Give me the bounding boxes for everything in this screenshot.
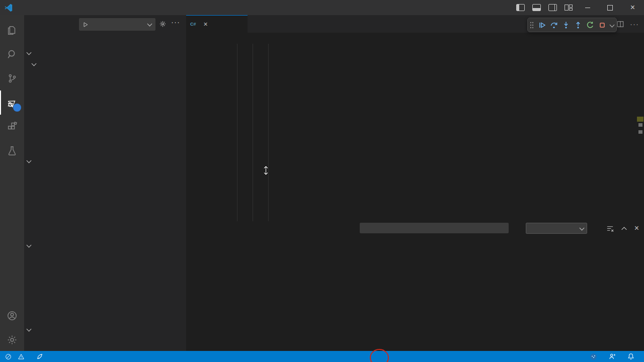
errors-icon <box>5 353 12 360</box>
close-tab-icon[interactable]: × <box>204 20 208 28</box>
warnings-icon <box>18 353 25 360</box>
stop-button[interactable] <box>596 19 608 31</box>
testing-icon[interactable] <box>0 139 24 163</box>
overview-ruler[interactable] <box>636 44 644 221</box>
minimize-button[interactable] <box>576 0 599 15</box>
split-editor-icon[interactable] <box>617 21 624 28</box>
extensions-icon[interactable] <box>0 115 24 139</box>
console-filter-input[interactable] <box>360 223 509 233</box>
accounts-icon[interactable] <box>0 304 24 328</box>
toggle-sidebar-icon[interactable] <box>516 4 525 11</box>
tab-program-cs[interactable]: C# × <box>186 15 248 33</box>
bottom-panel: × <box>186 221 644 351</box>
call-stack-section-header[interactable] <box>24 239 186 250</box>
status-bar <box>0 351 644 362</box>
maximize-panel-icon[interactable] <box>621 225 627 232</box>
notifications-bell-icon[interactable] <box>627 353 634 360</box>
activity-bar <box>0 15 24 351</box>
run-and-debug-sidebar: ··· <box>24 15 186 351</box>
debug-toolbar <box>527 18 617 32</box>
variables-section-header[interactable] <box>24 47 186 58</box>
chevron-down-icon <box>27 326 32 331</box>
step-over-button[interactable] <box>548 19 560 31</box>
debug-session-icon <box>36 353 43 360</box>
continue-button[interactable] <box>536 19 548 31</box>
maximize-button[interactable] <box>599 0 621 15</box>
chevron-down-icon <box>27 242 32 247</box>
toggle-secondary-sidebar-icon[interactable] <box>548 4 557 11</box>
chevron-down-icon <box>27 50 32 55</box>
restart-button[interactable] <box>584 19 596 31</box>
editor-area: C# × ··· <box>186 15 644 351</box>
code-content[interactable] <box>221 44 590 221</box>
search-icon[interactable] <box>0 42 24 66</box>
editor-more-actions-icon[interactable]: ··· <box>630 20 639 28</box>
vscode-window: × <box>0 0 644 362</box>
explorer-icon[interactable] <box>0 18 24 42</box>
debug-console-input[interactable] <box>192 342 640 351</box>
start-debug-icon[interactable] <box>83 22 89 28</box>
watch-section-header[interactable] <box>24 155 186 166</box>
overview-current-line-mark <box>637 117 643 122</box>
customize-layout-icon[interactable] <box>565 5 573 11</box>
chevron-down-icon <box>32 61 37 66</box>
toolbar-drag-handle[interactable] <box>528 19 536 31</box>
chevron-down-icon <box>27 158 32 163</box>
step-out-button[interactable] <box>572 19 584 31</box>
csharp-file-icon: C# <box>190 22 196 27</box>
panel-header: × <box>186 221 644 235</box>
csharp-extension-status-icon[interactable] <box>590 353 597 360</box>
mouse-cursor <box>263 165 269 176</box>
run-and-debug-icon[interactable] <box>0 90 24 115</box>
step-into-button[interactable] <box>560 19 572 31</box>
title-bar: × <box>0 0 644 15</box>
stop-options-chevron-icon[interactable] <box>608 19 615 31</box>
close-window-button[interactable]: × <box>621 0 644 15</box>
clear-console-icon[interactable] <box>606 225 614 232</box>
debug-console-output <box>186 235 644 341</box>
debug-configuration-dropdown[interactable] <box>79 18 155 31</box>
debug-settings-gear-icon[interactable] <box>159 20 167 28</box>
views-more-actions-icon[interactable]: ··· <box>171 18 180 26</box>
overview-mark <box>638 130 642 134</box>
vscode-logo-icon <box>4 3 13 12</box>
overview-mark <box>638 123 642 127</box>
toggle-panel-icon[interactable] <box>532 4 541 11</box>
breakpoints-section-header[interactable] <box>24 323 186 334</box>
code-editor[interactable] <box>186 44 644 221</box>
source-control-icon[interactable] <box>0 66 24 90</box>
minimap[interactable] <box>590 56 636 221</box>
debug-session-status[interactable] <box>36 353 43 360</box>
breadcrumb <box>186 33 644 44</box>
feedback-person-icon[interactable] <box>609 353 616 360</box>
console-session-dropdown[interactable] <box>526 223 587 234</box>
editor-gutter[interactable] <box>186 44 221 221</box>
close-panel-icon[interactable]: × <box>634 224 639 233</box>
debug-badge <box>13 104 21 112</box>
locals-scope-row[interactable] <box>24 58 186 69</box>
problems-status[interactable] <box>5 353 27 360</box>
settings-gear-icon[interactable] <box>0 328 24 352</box>
